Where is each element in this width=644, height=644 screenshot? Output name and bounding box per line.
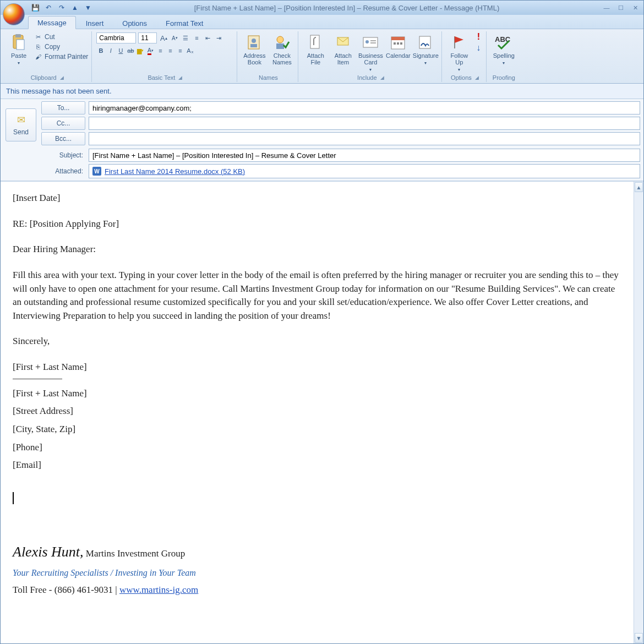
- scroll-down-icon[interactable]: ▼: [635, 633, 643, 643]
- bcc-button[interactable]: Bcc...: [41, 132, 85, 145]
- numbering-icon[interactable]: ≡: [192, 34, 201, 42]
- window-title: [First Name + Last Name] – [Position Int…: [93, 4, 601, 12]
- addr-email: [Email]: [13, 459, 621, 472]
- include-group-label: Include: [357, 74, 376, 81]
- scroll-up-icon[interactable]: ▲: [635, 182, 643, 192]
- vertical-scrollbar[interactable]: ▲ ▼: [634, 182, 643, 643]
- tab-message[interactable]: Message: [28, 16, 76, 29]
- attachment-well[interactable]: W First Last Name 2014 Resume.docx (52 K…: [89, 164, 640, 178]
- undo-icon[interactable]: ↶: [43, 3, 53, 13]
- message-body[interactable]: [Insert Date] RE: [Position Applying For…: [1, 182, 634, 643]
- signature-icon: [417, 34, 434, 51]
- body-date: [Insert Date]: [13, 192, 621, 205]
- copy-button[interactable]: ⎘ Copy: [34, 42, 88, 51]
- clear-format-icon[interactable]: Aₓ: [185, 46, 194, 55]
- grow-font-icon[interactable]: A▴: [159, 34, 168, 42]
- to-field[interactable]: [89, 101, 640, 114]
- outdent-icon[interactable]: ⇤: [203, 34, 212, 42]
- signature-divider: [13, 379, 62, 379]
- tab-insert[interactable]: Insert: [77, 17, 113, 29]
- italic-icon[interactable]: I: [106, 46, 115, 55]
- attach-file-button[interactable]: Attach File: [303, 32, 328, 66]
- cut-button[interactable]: ✂ Cut: [34, 32, 88, 41]
- options-dialog-launcher[interactable]: ◢: [475, 75, 479, 80]
- strike-icon[interactable]: ab: [126, 46, 135, 55]
- format-painter-button[interactable]: 🖌 Format Painter: [34, 52, 88, 61]
- high-importance-icon[interactable]: !: [474, 32, 483, 41]
- tab-options[interactable]: Options: [113, 17, 156, 29]
- next-icon[interactable]: ▼: [83, 3, 93, 13]
- signature-tagline: Your Recruiting Specialists / Investing …: [13, 566, 621, 579]
- clipboard-dialog-launcher[interactable]: ◢: [60, 75, 64, 80]
- attached-label: Attached:: [41, 167, 85, 175]
- group-names: Address Book Check Names Names: [239, 31, 298, 82]
- window-controls: — ☐ ✕: [601, 3, 641, 12]
- format-painter-icon: 🖌: [34, 52, 42, 61]
- names-group-label: Names: [259, 74, 278, 81]
- paste-button[interactable]: Paste ▾: [6, 32, 31, 67]
- spelling-button[interactable]: ABC Spelling▾: [491, 32, 516, 67]
- proofing-group-label: Proofing: [493, 74, 515, 81]
- signature-contact: Toll Free - (866) 461-9031 | www.martins…: [13, 583, 621, 597]
- svg-rect-5: [250, 44, 257, 47]
- subject-field[interactable]: [89, 149, 640, 162]
- tab-format-text[interactable]: Format Text: [157, 17, 212, 29]
- font-name-combo[interactable]: [96, 32, 136, 43]
- indent-icon[interactable]: ⇥: [214, 34, 223, 42]
- signature-button[interactable]: Signature▾: [413, 32, 438, 67]
- group-proofing: ABC Spelling▾ Proofing: [489, 31, 520, 82]
- font-color-icon[interactable]: A▾: [146, 46, 155, 55]
- close-button[interactable]: ✕: [629, 3, 641, 12]
- check-names-icon: [273, 34, 291, 51]
- signature-name: Alexis Hunt,: [13, 544, 84, 560]
- addr-name: [First + Last Name]: [13, 387, 621, 401]
- align-center-icon[interactable]: ≡: [166, 46, 174, 55]
- redo-icon[interactable]: ↷: [57, 3, 67, 13]
- send-button[interactable]: ✉ Send: [6, 108, 36, 141]
- cc-field[interactable]: [89, 117, 640, 130]
- include-dialog-launcher[interactable]: ◢: [380, 75, 384, 80]
- maximize-button[interactable]: ☐: [615, 3, 627, 12]
- business-card-button[interactable]: Business Card▾: [358, 32, 383, 73]
- bullets-icon[interactable]: ☰: [181, 34, 190, 42]
- font-size-combo[interactable]: [138, 32, 157, 43]
- svg-point-4: [252, 39, 256, 43]
- calendar-button[interactable]: Calendar: [385, 32, 411, 59]
- bold-icon[interactable]: B: [96, 46, 105, 55]
- ribbon: Paste ▾ ✂ Cut ⎘ Copy 🖌 Format Painter: [1, 29, 643, 84]
- check-names-button[interactable]: Check Names: [269, 32, 294, 66]
- attach-item-icon: [334, 34, 352, 51]
- body-name: [First + Last Name]: [13, 361, 621, 374]
- align-right-icon[interactable]: ≡: [176, 46, 184, 55]
- body-paragraph: Fill this area with your text. Typing in…: [13, 269, 621, 323]
- options-group-label: Options: [451, 74, 472, 81]
- basic-text-dialog-launcher[interactable]: ◢: [178, 75, 182, 80]
- attachment-link[interactable]: First Last Name 2014 Resume.docx (52 KB): [105, 167, 245, 176]
- attach-file-icon: [307, 34, 324, 51]
- paste-label: Paste: [11, 52, 26, 59]
- group-include: Attach File Attach Item Business Card▾ C…: [301, 31, 442, 82]
- signature-link[interactable]: www.martins-ig.com: [119, 585, 198, 595]
- office-button[interactable]: [3, 3, 25, 25]
- address-book-button[interactable]: Address Book: [242, 32, 267, 66]
- bcc-field[interactable]: [89, 132, 640, 145]
- follow-up-icon: [450, 34, 468, 51]
- follow-up-button[interactable]: Follow Up▾: [446, 32, 472, 73]
- highlight-icon[interactable]: ▆▾: [136, 46, 145, 55]
- align-left-icon[interactable]: ≡: [156, 46, 165, 55]
- svg-rect-13: [370, 42, 376, 43]
- underline-icon[interactable]: U: [116, 46, 125, 55]
- to-button[interactable]: To...: [41, 101, 85, 114]
- cc-button[interactable]: Cc...: [41, 117, 85, 130]
- attach-item-button[interactable]: Attach Item: [330, 32, 356, 66]
- info-bar: This message has not been sent.: [1, 84, 643, 99]
- body-greeting: Dear Hiring Manager:: [13, 243, 621, 256]
- prev-icon[interactable]: ▲: [70, 3, 80, 13]
- business-card-icon: [362, 34, 379, 51]
- svg-rect-12: [370, 40, 376, 41]
- low-importance-icon[interactable]: ↓: [474, 43, 483, 52]
- shrink-font-icon[interactable]: A▾: [170, 34, 179, 42]
- body-re: RE: [Position Applying For]: [13, 217, 621, 231]
- save-icon[interactable]: 💾: [30, 3, 40, 13]
- minimize-button[interactable]: —: [601, 3, 613, 12]
